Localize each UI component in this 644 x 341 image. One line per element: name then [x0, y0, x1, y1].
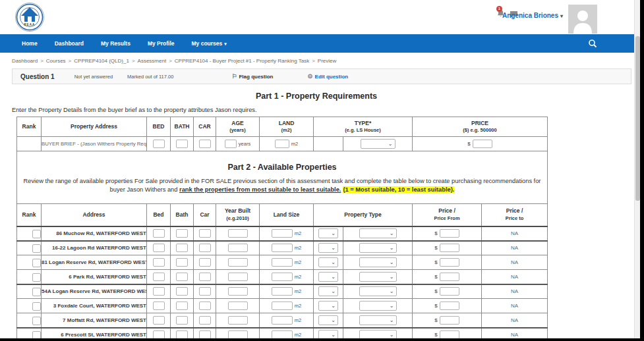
rank-input[interactable] — [32, 288, 41, 296]
bath-input[interactable] — [176, 302, 188, 310]
bed-input[interactable] — [153, 258, 165, 267]
land-size-input[interactable] — [272, 229, 293, 238]
part2-col-price-from: Price /Price From — [413, 204, 482, 226]
property-type-select[interactable]: ⌄ — [359, 315, 397, 325]
edit-question-link[interactable]: ⚙Edit question — [307, 73, 348, 80]
bed-input[interactable] — [153, 244, 165, 252]
bath-input[interactable] — [176, 287, 188, 296]
land-size-input[interactable] — [272, 244, 293, 252]
year-built-input[interactable] — [228, 258, 248, 267]
bath-input[interactable] — [176, 258, 188, 267]
land-size-input[interactable] — [272, 330, 293, 338]
car-input[interactable] — [199, 316, 211, 325]
price-from-input[interactable] — [440, 302, 459, 310]
nav-home[interactable]: Home — [13, 34, 46, 53]
brief-car-input[interactable] — [199, 140, 211, 148]
land-size-input[interactable] — [272, 287, 293, 296]
rank-input[interactable] — [32, 273, 41, 282]
year-built-input[interactable] — [228, 273, 248, 281]
car-input[interactable] — [199, 287, 211, 296]
property-type-select[interactable]: ⌄ — [359, 243, 397, 253]
land-size-input[interactable] — [272, 273, 293, 281]
car-input[interactable] — [199, 330, 211, 338]
price-from-input[interactable] — [440, 287, 459, 296]
car-input[interactable] — [199, 273, 211, 281]
bed-input[interactable] — [153, 330, 165, 338]
brief-type-select[interactable]: ⌄ — [361, 139, 395, 149]
rank-input[interactable] — [32, 331, 41, 338]
type-select-small[interactable]: ⌄ — [318, 301, 338, 311]
year-built-input[interactable] — [228, 229, 248, 238]
car-input[interactable] — [199, 244, 211, 252]
type-select-small[interactable]: ⌄ — [318, 272, 338, 282]
car-input[interactable] — [199, 302, 211, 310]
scrollbar-thumb[interactable] — [635, 36, 640, 201]
bed-input[interactable] — [153, 273, 165, 281]
car-input[interactable] — [199, 229, 211, 238]
breadcrumb-dashboard[interactable]: Dashboard — [12, 58, 38, 64]
nav-my-profile[interactable]: My Profile — [139, 34, 183, 53]
price-from-input[interactable] — [440, 258, 459, 267]
bath-input[interactable] — [176, 330, 188, 338]
breadcrumb-courses[interactable]: Courses — [46, 58, 66, 64]
year-built-input[interactable] — [228, 330, 248, 338]
rank-input[interactable] — [32, 302, 41, 311]
property-type-select[interactable]: ⌄ — [359, 330, 397, 338]
land-size-input[interactable] — [272, 316, 293, 325]
search-icon[interactable] — [588, 39, 597, 51]
vertical-scrollbar[interactable] — [634, 0, 640, 338]
type-select-small[interactable]: ⌄ — [318, 228, 338, 238]
avatar[interactable] — [568, 5, 597, 34]
flag-question-button[interactable]: ⚐Flag question — [231, 73, 273, 80]
rank-input[interactable] — [32, 259, 41, 267]
bath-input[interactable] — [176, 244, 188, 252]
type-select-small[interactable]: ⌄ — [318, 330, 338, 338]
year-built-input[interactable] — [228, 302, 248, 310]
breadcrumb-task[interactable]: CPPREP4104 - Buyer Project #1 - Property… — [175, 58, 309, 64]
price-from-input[interactable] — [440, 316, 459, 325]
year-built-input[interactable] — [228, 287, 248, 296]
reaa-logo-icon: REAA — [15, 2, 45, 32]
nav-my-results[interactable]: My Results — [92, 34, 139, 53]
brief-price-input[interactable] — [473, 140, 492, 148]
price-from-input[interactable] — [440, 229, 459, 238]
breadcrumb-assessment[interactable]: Assessment — [138, 58, 167, 64]
reaa-logo[interactable]: REAA — [15, 2, 45, 32]
nav-dashboard[interactable]: Dashboard — [46, 34, 92, 53]
car-input[interactable] — [199, 258, 211, 267]
year-built-input[interactable] — [228, 244, 248, 252]
user-menu[interactable]: Angenica Briones▾ — [502, 12, 563, 19]
price-from-input[interactable] — [440, 244, 459, 252]
brief-land-input[interactable] — [275, 140, 289, 148]
bath-input[interactable] — [176, 316, 188, 325]
type-select-small[interactable]: ⌄ — [318, 286, 338, 296]
rank-input[interactable] — [32, 230, 41, 238]
property-type-select[interactable]: ⌄ — [359, 228, 397, 238]
bed-input[interactable] — [153, 287, 165, 296]
bed-input[interactable] — [153, 302, 165, 310]
price-from-input[interactable] — [440, 273, 459, 281]
brief-bed-input[interactable] — [153, 140, 165, 148]
brief-age-input[interactable] — [225, 140, 237, 148]
year-built-input[interactable] — [228, 316, 248, 325]
brief-bath-input[interactable] — [176, 140, 188, 148]
breadcrumb-course-code[interactable]: CPPREP4104 (QLD)_1 — [74, 58, 129, 64]
rank-input[interactable] — [32, 244, 41, 253]
type-select-small[interactable]: ⌄ — [318, 315, 338, 325]
rank-input[interactable] — [32, 317, 41, 325]
property-type-select[interactable]: ⌄ — [359, 257, 397, 267]
bath-input[interactable] — [176, 273, 188, 281]
type-select-small[interactable]: ⌄ — [318, 243, 338, 253]
bath-input[interactable] — [176, 229, 188, 238]
land-size-input[interactable] — [272, 302, 293, 310]
property-type-select[interactable]: ⌄ — [359, 301, 397, 311]
property-type-select[interactable]: ⌄ — [359, 272, 397, 282]
breadcrumb-preview[interactable]: Preview — [318, 58, 336, 64]
type-select-small[interactable]: ⌄ — [318, 257, 338, 267]
land-size-input[interactable] — [272, 258, 293, 267]
bed-input[interactable] — [153, 229, 165, 238]
nav-my-courses[interactable]: My courses▾ — [183, 34, 235, 53]
price-from-input[interactable] — [440, 330, 459, 338]
property-type-select[interactable]: ⌄ — [359, 286, 397, 296]
bed-input[interactable] — [153, 316, 165, 325]
